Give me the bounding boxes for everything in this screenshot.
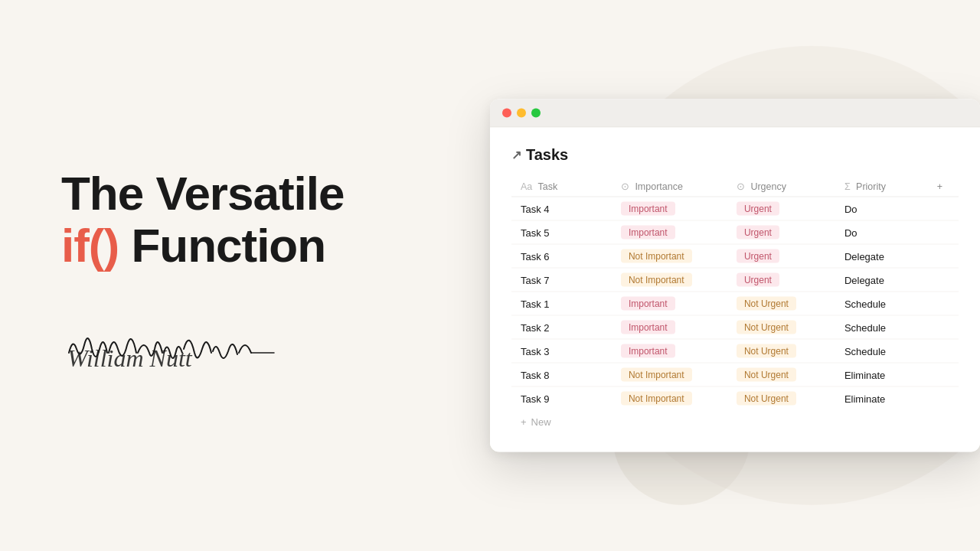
urgency-badge: Not Urgent [737, 344, 796, 358]
cell-priority: Delegate [835, 244, 928, 268]
traffic-light-minimize[interactable] [517, 109, 526, 118]
task-col-icon: Aa [521, 181, 532, 191]
urgency-badge: Not Urgent [737, 321, 796, 334]
cell-urgency: Not Urgent [727, 292, 835, 315]
traffic-light-close[interactable] [502, 109, 511, 118]
cell-importance: Important [612, 339, 727, 363]
cell-task: Task 7 [511, 268, 612, 292]
importance-badge: Important [621, 344, 675, 358]
urgency-col-icon: ⊙ [737, 181, 745, 192]
urgency-badge: Urgent [737, 273, 779, 287]
table-row: Task 2 Important Not Urgent Schedule [511, 315, 959, 339]
svg-text:William Nutt: William Nutt [67, 344, 193, 372]
table-body: Task 4 Important Urgent Do Task 5 Import… [511, 197, 959, 410]
table-row: Task 9 Not Important Not Urgent Eliminat… [511, 386, 959, 410]
heading-line1: The Versatile [61, 167, 345, 220]
urgency-badge: Urgent [737, 249, 779, 263]
table-header-row: Aa Task ⊙ Importance ⊙ Urgency Σ [511, 176, 959, 197]
cell-task: Task 9 [511, 386, 612, 410]
col-header-importance: ⊙ Importance [612, 176, 727, 197]
cell-importance: Not Important [612, 268, 727, 292]
app-window: ↗ Tasks Aa Task ⊙ Importance [490, 99, 980, 452]
cell-task: Task 4 [511, 197, 612, 220]
cell-task: Task 5 [511, 220, 612, 244]
importance-badge: Not Important [621, 249, 692, 263]
cell-empty [928, 363, 959, 386]
cell-urgency: Not Urgent [727, 363, 835, 386]
cell-task: Task 8 [511, 363, 612, 386]
cell-task: Task 2 [511, 315, 612, 339]
importance-badge: Important [621, 297, 675, 311]
table-row: Task 6 Not Important Urgent Delegate [511, 244, 959, 268]
table-row: Task 5 Important Urgent Do [511, 220, 959, 244]
col-header-add[interactable]: + [928, 176, 959, 197]
right-panel: ↗ Tasks Aa Task ⊙ Importance [490, 99, 980, 452]
cell-priority: Do [835, 197, 928, 220]
arrow-icon: ↗ [511, 148, 521, 162]
col-header-priority: Σ Priority [835, 176, 928, 197]
cell-importance: Not Important [612, 244, 727, 268]
left-panel: The Versatile if() Function William Nutt [0, 0, 505, 551]
table-row: Task 8 Not Important Not Urgent Eliminat… [511, 363, 959, 386]
importance-badge: Important [621, 202, 675, 216]
cell-priority: Eliminate [835, 363, 928, 386]
heading-highlight: if() [61, 219, 119, 272]
cell-empty [928, 220, 959, 244]
priority-col-icon: Σ [844, 181, 851, 191]
urgency-badge: Not Urgent [737, 297, 796, 311]
cell-importance: Not Important [612, 363, 727, 386]
cell-importance: Important [612, 292, 727, 315]
cell-empty [928, 339, 959, 363]
title-bar [490, 99, 980, 128]
cell-priority: Schedule [835, 315, 928, 339]
main-heading: The Versatile if() Function [61, 168, 444, 272]
importance-badge: Important [621, 226, 675, 240]
col-header-urgency: ⊙ Urgency [727, 176, 835, 197]
urgency-badge: Urgent [737, 226, 779, 240]
urgency-badge: Not Urgent [737, 368, 796, 382]
cell-urgency: Urgent [727, 197, 835, 220]
cell-empty [928, 292, 959, 315]
cell-urgency: Not Urgent [727, 339, 835, 363]
cell-task: Task 6 [511, 244, 612, 268]
cell-urgency: Not Urgent [727, 315, 835, 339]
author-signature: William Nutt [61, 315, 276, 383]
importance-badge: Not Important [621, 273, 692, 287]
new-row-button[interactable]: + New [511, 410, 959, 434]
signature-container: William Nutt [61, 315, 444, 383]
cell-importance: Important [612, 315, 727, 339]
cell-empty [928, 244, 959, 268]
page-title: Tasks [526, 146, 568, 164]
cell-importance: Important [612, 220, 727, 244]
cell-empty [928, 315, 959, 339]
cell-priority: Do [835, 220, 928, 244]
cell-task: Task 1 [511, 292, 612, 315]
importance-badge: Not Important [621, 368, 692, 382]
importance-badge: Important [621, 321, 675, 334]
cell-urgency: Urgent [727, 268, 835, 292]
urgency-badge: Not Urgent [737, 392, 796, 406]
cell-empty [928, 268, 959, 292]
importance-badge: Not Important [621, 392, 692, 406]
traffic-light-maximize[interactable] [531, 109, 541, 118]
cell-empty [928, 386, 959, 410]
window-content: ↗ Tasks Aa Task ⊙ Importance [490, 128, 980, 452]
cell-urgency: Urgent [727, 244, 835, 268]
table-row: Task 1 Important Not Urgent Schedule [511, 292, 959, 315]
new-row-label: New [531, 416, 551, 428]
table-row: Task 7 Not Important Urgent Delegate [511, 268, 959, 292]
tasks-table: Aa Task ⊙ Importance ⊙ Urgency Σ [511, 176, 959, 410]
table-row: Task 4 Important Urgent Do [511, 197, 959, 220]
importance-col-icon: ⊙ [621, 181, 629, 192]
cell-empty [928, 197, 959, 220]
cell-priority: Eliminate [835, 386, 928, 410]
page-title-row: ↗ Tasks [511, 146, 959, 164]
cell-priority: Schedule [835, 292, 928, 315]
cell-importance: Not Important [612, 386, 727, 410]
table-row: Task 3 Important Not Urgent Schedule [511, 339, 959, 363]
cell-importance: Important [612, 197, 727, 220]
cell-priority: Schedule [835, 339, 928, 363]
col-header-task: Aa Task [511, 176, 612, 197]
cell-urgency: Not Urgent [727, 386, 835, 410]
cell-urgency: Urgent [727, 220, 835, 244]
